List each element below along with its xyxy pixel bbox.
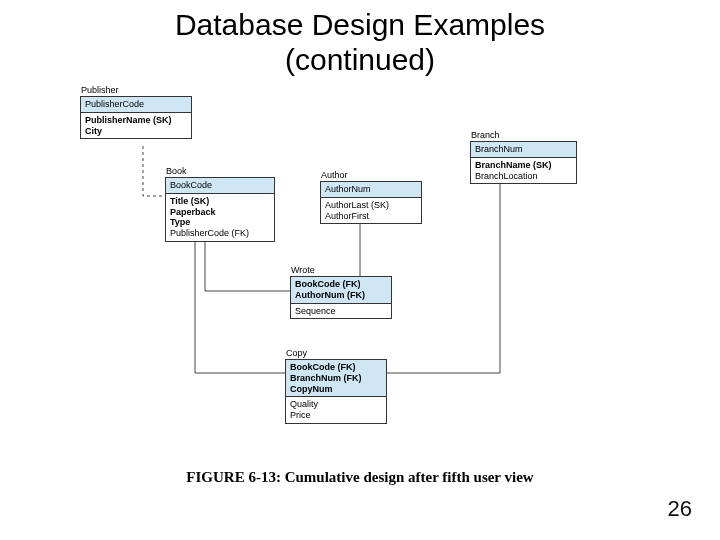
slide-title: Database Design Examples (continued) (0, 8, 720, 77)
entity-copy-pk2: BranchNum (FK) (290, 373, 382, 384)
entity-copy-pk3: CopyNum (290, 384, 382, 395)
entity-publisher-pk: PublisherCode (81, 97, 191, 113)
entity-branch-pk: BranchNum (471, 142, 576, 158)
entity-publisher: Publisher PublisherCode PublisherName (S… (80, 96, 192, 139)
entity-wrote: Wrote BookCode (FK) AuthorNum (FK) Seque… (290, 276, 392, 319)
diagram-area: Publisher PublisherCode PublisherName (S… (0, 81, 720, 461)
entity-book-attr2: Paperback (170, 207, 270, 218)
entity-author-name: Author (321, 170, 348, 181)
entity-author-attr1: AuthorLast (SK) (325, 200, 417, 211)
entity-author-pk: AuthorNum (321, 182, 421, 198)
page-number: 26 (668, 496, 692, 522)
entity-publisher-attr1: PublisherName (SK) (85, 115, 187, 126)
entity-author-attr2: AuthorFirst (325, 211, 417, 222)
entity-wrote-pk1: BookCode (FK) (295, 279, 387, 290)
entity-branch-name: Branch (471, 130, 500, 141)
entity-copy-attr1: Quality (290, 399, 382, 410)
entity-book-attr4: PublisherCode (FK) (170, 228, 270, 239)
entity-branch: Branch BranchNum BranchName (SK) BranchL… (470, 141, 577, 184)
entity-wrote-name: Wrote (291, 265, 315, 276)
title-line-2: (continued) (285, 43, 435, 76)
entity-publisher-name: Publisher (81, 85, 119, 96)
entity-branch-attr1: BranchName (SK) (475, 160, 572, 171)
entity-wrote-attr1: Sequence (295, 306, 387, 317)
entity-book-attr3: Type (170, 217, 270, 228)
figure-caption: FIGURE 6-13: Cumulative design after fif… (0, 469, 720, 486)
entity-book: Book BookCode Title (SK) Paperback Type … (165, 177, 275, 242)
entity-wrote-pk2: AuthorNum (FK) (295, 290, 387, 301)
entity-book-name: Book (166, 166, 187, 177)
title-line-1: Database Design Examples (175, 8, 545, 41)
entity-copy-attr2: Price (290, 410, 382, 421)
entity-book-attr1: Title (SK) (170, 196, 270, 207)
entity-author: Author AuthorNum AuthorLast (SK) AuthorF… (320, 181, 422, 224)
entity-copy-pk1: BookCode (FK) (290, 362, 382, 373)
entity-copy: Copy BookCode (FK) BranchNum (FK) CopyNu… (285, 359, 387, 424)
entity-publisher-attr2: City (85, 126, 187, 137)
entity-copy-name: Copy (286, 348, 307, 359)
entity-branch-attr2: BranchLocation (475, 171, 572, 182)
entity-book-pk: BookCode (166, 178, 274, 194)
